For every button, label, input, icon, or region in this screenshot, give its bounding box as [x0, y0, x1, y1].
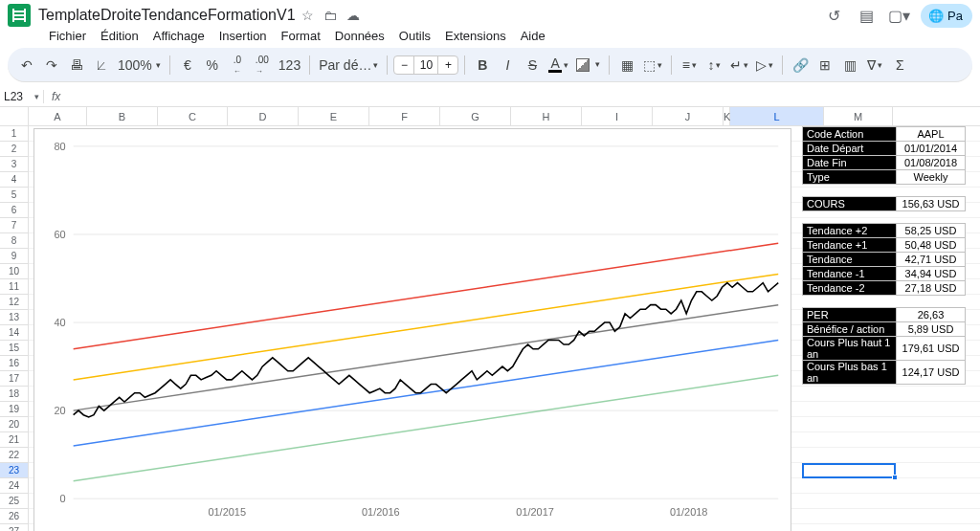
info-value[interactable]: 34,94 USD — [897, 267, 966, 281]
row-header-7[interactable]: 7 — [0, 218, 28, 233]
info-label[interactable]: Cours Plus bas 1 an — [803, 361, 897, 385]
info-value[interactable]: 01/08/2018 — [897, 156, 966, 170]
decrease-decimal-button[interactable]: .0← — [226, 53, 249, 77]
link-button[interactable]: 🔗 — [789, 53, 812, 77]
filter-button[interactable]: ∇▾ — [863, 53, 886, 77]
comments-icon[interactable]: ▤ — [856, 5, 877, 26]
row-header-24[interactable]: 24 — [0, 478, 28, 494]
meet-icon[interactable]: ▢▾ — [888, 5, 909, 26]
menu-aide[interactable]: Aide — [514, 26, 552, 46]
cloud-status-icon[interactable]: ☁ — [346, 8, 360, 23]
fill-color-button[interactable] — [573, 53, 604, 77]
row-header-6[interactable]: 6 — [0, 203, 28, 218]
col-header-E[interactable]: E — [299, 107, 369, 125]
row-header-2[interactable]: 2 — [0, 142, 28, 157]
row-header-27[interactable]: 27 — [0, 524, 28, 531]
menu-affichage[interactable]: Affichage — [146, 26, 212, 46]
valign-button[interactable]: ↕▾ — [702, 53, 725, 77]
row-header-5[interactable]: 5 — [0, 188, 28, 203]
row-header-25[interactable]: 25 — [0, 494, 28, 509]
info-label[interactable]: Code Action — [803, 127, 897, 142]
functions-button[interactable]: Σ — [888, 53, 911, 77]
format-currency-button[interactable]: € — [176, 53, 199, 77]
row-header-13[interactable]: 13 — [0, 310, 28, 325]
info-label[interactable]: Tendance +2 — [803, 224, 897, 238]
info-value[interactable]: 26,63 — [897, 308, 966, 322]
sheets-logo-icon[interactable] — [8, 4, 31, 27]
row-header-23[interactable]: 23 — [0, 463, 28, 478]
format-percent-button[interactable]: % — [201, 53, 224, 77]
font-size-control[interactable]: − 10 + — [393, 55, 458, 75]
increase-decimal-button[interactable]: .00→ — [251, 53, 274, 77]
info-value[interactable]: 42,71 USD — [897, 253, 966, 267]
doc-title[interactable]: TemplateDroiteTendanceFormationV1 — [38, 7, 296, 24]
info-value[interactable]: 50,48 USD — [897, 238, 966, 253]
text-color-button[interactable]: A▾ — [546, 53, 570, 77]
print-button[interactable]: 🖶 — [65, 53, 88, 77]
col-header-D[interactable]: D — [228, 107, 299, 125]
star-icon[interactable]: ☆ — [301, 8, 314, 23]
info-label[interactable]: Tendance -2 — [803, 281, 897, 296]
row-header-1[interactable]: 1 — [0, 126, 28, 142]
info-label[interactable]: Tendance — [803, 253, 897, 267]
info-label[interactable]: Date Départ — [803, 142, 897, 156]
row-header-26[interactable]: 26 — [0, 509, 28, 524]
history-icon[interactable]: ↺ — [823, 5, 844, 26]
font-select[interactable]: Par dé…▾ — [316, 53, 381, 77]
font-size-value[interactable]: 10 — [413, 56, 438, 74]
menu-fichier[interactable]: Fichier — [42, 26, 93, 46]
row-header-11[interactable]: 11 — [0, 279, 28, 295]
info-label[interactable]: Tendance +1 — [803, 238, 897, 253]
info-label[interactable]: Bénéfice / action — [803, 322, 897, 337]
font-size-decrease[interactable]: − — [394, 58, 413, 72]
col-header-C[interactable]: C — [158, 107, 228, 125]
info-value[interactable]: AAPL — [897, 127, 966, 142]
info-label[interactable]: Type — [803, 170, 897, 185]
font-size-increase[interactable]: + — [438, 58, 457, 72]
row-header-15[interactable]: 15 — [0, 341, 28, 356]
col-header-K[interactable]: K — [724, 107, 730, 125]
col-header-B[interactable]: B — [87, 107, 158, 125]
bold-button[interactable]: B — [471, 53, 494, 77]
share-button[interactable]: 🌐 Pa — [921, 4, 972, 28]
row-header-14[interactable]: 14 — [0, 325, 28, 341]
col-header-G[interactable]: G — [440, 107, 511, 125]
info-value[interactable]: 01/01/2014 — [897, 142, 966, 156]
merge-button[interactable]: ⬚▾ — [640, 53, 665, 77]
col-header-L[interactable]: L — [730, 107, 824, 125]
italic-button[interactable]: I — [496, 53, 519, 77]
chart-button[interactable]: ▥ — [838, 53, 861, 77]
info-label[interactable]: PER — [803, 308, 897, 322]
row-header-21[interactable]: 21 — [0, 432, 28, 448]
row-header-4[interactable]: 4 — [0, 172, 28, 188]
rotate-button[interactable]: ▷▾ — [753, 53, 776, 77]
menu-extensions[interactable]: Extensions — [438, 26, 513, 46]
row-header-17[interactable]: 17 — [0, 371, 28, 387]
info-label[interactable]: Tendance -1 — [803, 267, 897, 281]
menu-édition[interactable]: Édition — [94, 26, 145, 46]
info-value[interactable]: 58,25 USD — [897, 224, 966, 238]
more-formats-button[interactable]: 123 — [276, 53, 303, 77]
col-header-I[interactable]: I — [582, 107, 653, 125]
info-value[interactable]: Weekly — [897, 170, 966, 185]
select-all-corner[interactable] — [0, 107, 28, 126]
info-value[interactable]: 27,18 USD — [897, 281, 966, 296]
col-header-A[interactable]: A — [29, 107, 87, 125]
name-box[interactable]: L23▾ — [0, 90, 44, 103]
halign-button[interactable]: ≡▾ — [678, 53, 701, 77]
strikethrough-button[interactable]: S — [521, 53, 544, 77]
formula-input[interactable] — [68, 90, 980, 103]
col-header-F[interactable]: F — [369, 107, 440, 125]
menu-outils[interactable]: Outils — [392, 26, 437, 46]
col-header-J[interactable]: J — [653, 107, 724, 125]
col-header-H[interactable]: H — [511, 107, 582, 125]
menu-insertion[interactable]: Insertion — [212, 26, 274, 46]
menu-données[interactable]: Données — [328, 26, 391, 46]
info-value[interactable]: 5,89 USD — [897, 322, 966, 337]
row-header-10[interactable]: 10 — [0, 264, 28, 279]
info-label[interactable]: Date Fin — [803, 156, 897, 170]
row-header-18[interactable]: 18 — [0, 387, 28, 402]
row-header-22[interactable]: 22 — [0, 448, 28, 463]
redo-button[interactable]: ↷ — [40, 53, 63, 77]
row-header-16[interactable]: 16 — [0, 356, 28, 371]
